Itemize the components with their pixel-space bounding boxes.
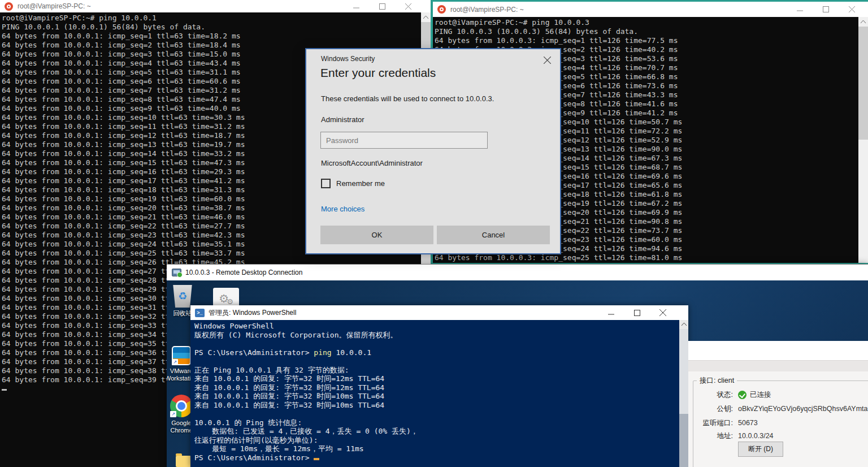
gear-icon: ⚙ [227, 297, 233, 306]
rdp-app-icon [172, 269, 181, 276]
rdp-titlebar[interactable]: 10.0.0.3 - Remote Desktop Connection [167, 265, 868, 280]
terminal-right-scrollbar[interactable] [858, 17, 868, 263]
folder-icon[interactable] [176, 456, 191, 467]
password-input[interactable] [320, 132, 488, 149]
powershell-window: >_ 管理员: Windows PowerShell Windows Power… [190, 305, 688, 467]
wireguard-window: 接口: client 状态: 已连接 公钥: oBkvZYiqEYoGVjo6y… [688, 341, 868, 467]
minimize-icon[interactable] [343, 0, 369, 12]
minimize-icon[interactable] [598, 305, 624, 320]
cancel-button[interactable]: Cancel [437, 226, 550, 244]
address-row: 地址: 10.0.0.3/24 [693, 430, 774, 442]
powershell-banner: Windows PowerShell 版权所有 (C) Microsoft Co… [194, 322, 688, 339]
dialog-description: These credentials will be used to connec… [321, 94, 494, 103]
disconnect-button[interactable]: 断开 (D) [738, 442, 783, 457]
powershell-scrollbar[interactable] [679, 320, 688, 467]
powershell-title: 管理员: Windows PowerShell [209, 308, 296, 318]
ok-button[interactable]: OK [320, 226, 433, 244]
powershell-prompt-line: PS C:\Users\Administrator> [194, 453, 688, 462]
status-value: 已连接 [738, 390, 771, 400]
pubkey-row: 公钥: oBkvZYiqEYoGVjo6yqcjSRbQhsv6AYmta+nB… [693, 403, 868, 414]
close-icon[interactable] [541, 54, 553, 66]
terminal-right-titlebar[interactable]: root@iVampireSP-PC: ~ [433, 2, 868, 17]
close-icon[interactable] [650, 305, 676, 320]
listen-port-label: 监听端口: [693, 418, 733, 428]
status-label: 状态: [693, 390, 733, 400]
wireguard-toolbar-band [688, 360, 868, 371]
powershell-output: 正在 Ping 10.0.0.1 具有 32 字节的数据: 来自 10.0.0.… [194, 366, 688, 453]
address-label: 地址: [693, 431, 733, 441]
close-icon[interactable] [839, 2, 865, 17]
shortcut-arrow-icon: ↗ [170, 411, 176, 417]
wireguard-panel: 接口: client 状态: 已连接 公钥: oBkvZYiqEYoGVjo6y… [688, 371, 868, 467]
powershell-icon: >_ [195, 309, 205, 317]
scrollbar-thumb[interactable] [858, 27, 868, 140]
maximize-icon[interactable] [624, 305, 650, 320]
dialog-title: Enter your credentials [320, 66, 436, 80]
minimize-icon[interactable] [787, 2, 813, 17]
remember-me-label: Remember me [336, 179, 385, 188]
account-text: MicrosoftAccount\Administrator [321, 159, 423, 167]
scroll-up-icon[interactable] [858, 17, 868, 27]
address-value: 10.0.0.3/24 [738, 432, 774, 440]
maximize-icon[interactable] [813, 2, 839, 17]
recycle-bin-icon: ♻ [172, 285, 193, 308]
scroll-up-icon[interactable] [421, 12, 431, 22]
dialog-header: Windows Security [321, 55, 375, 63]
powershell-command-line: PS C:\Users\Administrator> ping 10.0.0.1 [194, 348, 688, 357]
powershell-console: Windows PowerShell 版权所有 (C) Microsoft Co… [190, 320, 688, 467]
username-text: Administrator [321, 115, 364, 124]
terminal-app-icon [437, 5, 446, 14]
pubkey-label: 公钥: [693, 404, 733, 414]
shortcut-arrow-icon: ↗ [172, 359, 178, 365]
terminal-left-title: root@iVampireSP-PC: ~ [18, 2, 91, 10]
console-cursor [314, 458, 319, 460]
maximize-icon[interactable] [369, 0, 395, 12]
terminal-app-icon [5, 2, 13, 11]
close-icon[interactable] [395, 0, 421, 12]
desktop-icon-label: 回收站 [173, 310, 192, 317]
status-row: 状态: 已连接 [693, 389, 771, 400]
powershell-titlebar[interactable]: >_ 管理员: Windows PowerShell [190, 305, 688, 320]
listen-port-row: 监听端口: 50673 [693, 417, 758, 429]
scrollbar-thumb[interactable] [679, 329, 688, 414]
rdp-title: 10.0.0.3 - Remote Desktop Connection [185, 269, 302, 276]
interface-group-label: 接口: client [697, 376, 737, 386]
terminal-left-titlebar[interactable]: root@iVampireSP-PC: ~ [0, 0, 431, 12]
credentials-dialog: Windows Security Enter your credentials … [305, 48, 561, 254]
terminal-right-title: root@iVampireSP-PC: ~ [450, 6, 524, 14]
remember-me-row: Remember me [321, 179, 385, 188]
interface-groupbox: 接口: client 状态: 已连接 公钥: oBkvZYiqEYoGVjo6y… [693, 380, 868, 467]
connected-shield-icon [738, 391, 747, 399]
pubkey-value: oBkvZYiqEYoGVjo6yqcjSRbQhsv6AYmta+nBy [738, 405, 868, 413]
remember-me-checkbox[interactable] [321, 179, 331, 188]
terminal-cursor [2, 389, 7, 391]
scroll-up-icon[interactable] [679, 320, 688, 329]
command-text: ping [314, 348, 331, 357]
listen-port-value: 50673 [738, 419, 758, 427]
more-choices-link[interactable]: More choices [321, 205, 364, 213]
